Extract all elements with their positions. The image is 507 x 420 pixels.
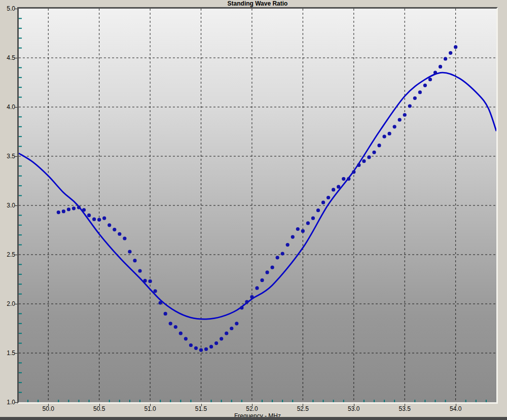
measured-swr-dot <box>276 256 279 259</box>
measured-swr-dot <box>72 206 76 210</box>
measured-swr-dot <box>159 301 162 304</box>
measured-swr-dot <box>327 196 330 199</box>
y-tick-label: 1.5 <box>0 349 15 357</box>
measured-swr-dot <box>189 343 193 347</box>
measured-swr-dot <box>372 151 376 154</box>
measured-swr-dot <box>388 132 391 135</box>
measured-swr-dot <box>250 295 254 299</box>
x-tick-label: 53.0 <box>343 405 365 412</box>
measured-swr-dot <box>377 144 381 147</box>
measured-swr-dot <box>444 57 447 60</box>
measured-swr-dot <box>199 348 203 352</box>
measured-swr-dot <box>133 259 136 262</box>
measured-swr-dot <box>113 228 116 231</box>
measured-swr-dot <box>214 341 218 345</box>
measured-swr-dot <box>154 289 157 293</box>
measured-swr-dot <box>265 270 269 274</box>
measured-swr-dot <box>347 177 350 181</box>
measured-swr-dot <box>62 209 65 213</box>
measured-swr-dot <box>57 211 60 214</box>
y-tick-stub <box>15 255 17 255</box>
measured-swr-dot <box>291 235 295 238</box>
measured-swr-dot <box>362 159 366 163</box>
measured-swr-dot <box>204 347 208 351</box>
x-tick-label: 50.5 <box>88 405 111 412</box>
x-tick-stub <box>354 404 354 406</box>
y-tick-stub <box>15 304 17 304</box>
measured-swr-dot <box>92 218 96 221</box>
measured-swr-dot <box>454 45 457 49</box>
measured-swr-dot <box>255 286 259 290</box>
measured-swr-dot <box>296 227 300 231</box>
x-tick-label: 50.0 <box>37 405 59 412</box>
window-bottom-border <box>0 417 507 420</box>
x-tick-label: 53.5 <box>393 405 416 412</box>
modeled-swr-curve <box>19 73 496 319</box>
measured-swr-dot <box>143 279 147 283</box>
measured-swr-dot <box>164 312 167 316</box>
measured-swr-dot <box>138 269 141 272</box>
swr-chart-window: { "title": "Standing Wave Ratio", "xlabe… <box>0 0 507 420</box>
x-tick-label: 51.5 <box>190 405 212 412</box>
y-tick-stub <box>15 58 17 58</box>
y-tick-label: 3.5 <box>0 153 15 160</box>
measured-swr-dot <box>357 163 360 167</box>
x-tick-label: 52.5 <box>292 405 314 412</box>
y-tick-stub <box>15 156 17 157</box>
measured-swr-dot <box>403 113 407 117</box>
measured-swr-dot <box>260 278 264 282</box>
measured-swr-dot <box>82 208 86 212</box>
measured-swr-dot <box>245 300 248 304</box>
x-tick-stub <box>456 404 456 406</box>
measured-swr-dot <box>428 78 432 81</box>
x-tick-stub <box>405 404 405 406</box>
measured-swr-dot <box>393 125 396 128</box>
measured-swr-dot <box>398 118 402 122</box>
y-tick-stub <box>15 205 17 206</box>
x-tick-stub <box>99 404 100 406</box>
y-tick-label: 1.0 <box>0 399 15 406</box>
measured-swr-dot <box>332 188 335 191</box>
measured-swr-dot <box>413 96 417 100</box>
measured-swr-dot <box>209 345 213 348</box>
measured-swr-dot <box>194 346 198 350</box>
y-tick-label: 2.0 <box>0 300 15 307</box>
measured-swr-dot <box>107 223 111 227</box>
x-tick-label: 52.0 <box>241 405 263 412</box>
measured-swr-dot <box>316 208 320 212</box>
measured-swr-dot <box>77 205 81 209</box>
measured-swr-dot <box>235 322 238 325</box>
measured-swr-dot <box>97 218 101 222</box>
y-tick-stub <box>15 107 17 108</box>
y-tick-stub <box>15 402 17 403</box>
measured-swr-dot <box>118 232 121 236</box>
measured-swr-dot <box>123 236 126 240</box>
measured-swr-dot <box>271 266 274 269</box>
measured-swr-dot <box>179 332 183 335</box>
measured-swr-dot <box>281 252 284 255</box>
measured-swr-dot <box>184 337 188 340</box>
measured-swr-dot <box>306 221 310 225</box>
measured-swr-dot <box>439 65 442 68</box>
measured-swr-dot <box>418 90 422 94</box>
measured-swr-dot <box>102 217 106 220</box>
y-tick-label: 5.0 <box>0 5 15 12</box>
measured-swr-dot <box>149 279 152 283</box>
measured-swr-dot <box>449 51 452 55</box>
plot-frame <box>17 7 498 404</box>
x-tick-label: 51.0 <box>139 405 161 412</box>
y-tick-stub <box>15 353 17 354</box>
y-tick-label: 4.0 <box>0 103 15 111</box>
measured-swr-dot <box>352 170 355 173</box>
x-tick-stub <box>150 404 151 406</box>
measured-swr-dot <box>67 207 70 211</box>
measured-swr-dot <box>87 214 91 217</box>
measured-swr-dot <box>423 84 427 87</box>
measured-swr-dot <box>220 337 223 340</box>
measured-swr-dot <box>367 155 371 159</box>
measured-swr-dot <box>286 243 289 247</box>
measured-swr-dot <box>169 322 172 325</box>
y-tick-stub <box>15 9 17 9</box>
measured-swr-dot <box>321 201 325 204</box>
measured-swr-dot <box>408 104 412 108</box>
